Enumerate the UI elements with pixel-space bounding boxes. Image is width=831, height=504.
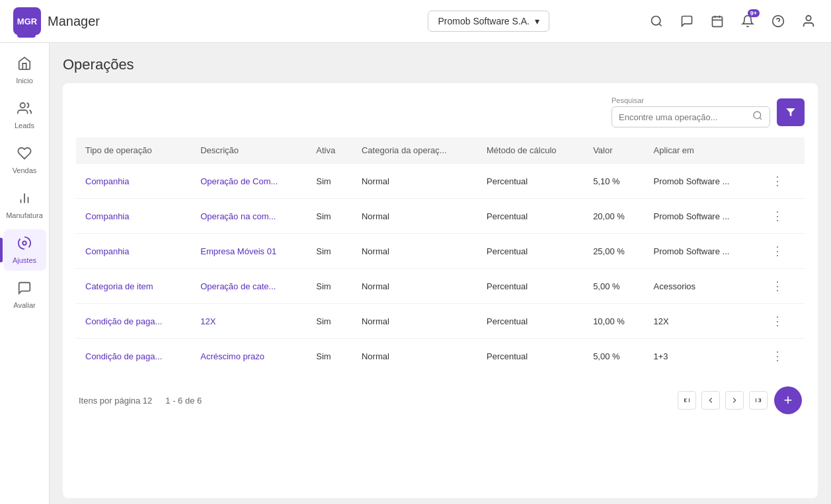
manufatura-icon [17, 191, 32, 209]
row-more-button[interactable]: ⋮ [768, 172, 787, 190]
sidebar-item-leads[interactable]: Leads [3, 94, 46, 136]
svg-point-0 [652, 17, 660, 25]
app-logo: MGR [13, 7, 41, 35]
manufatura-label: Manufatura [6, 211, 43, 219]
user-icon[interactable] [799, 12, 818, 30]
cell-metodo: Percentual [477, 234, 584, 269]
cell-tipo[interactable]: Condição de paga... [76, 304, 191, 339]
sidebar-item-vendas[interactable]: Vendas [3, 139, 46, 181]
cell-valor: 10,00 % [584, 304, 644, 339]
vendas-label: Vendas [13, 166, 37, 174]
table-row: Condição de paga... 12X Sim Normal Perce… [76, 304, 805, 339]
table-row: Companhia Operação na com... Sim Normal … [76, 199, 805, 234]
cell-metodo: Percentual [477, 304, 584, 339]
search-area: Pesquisar [76, 96, 805, 127]
search-field-wrapper: Pesquisar [612, 96, 770, 127]
cell-descricao[interactable]: Acréscimo prazo [191, 339, 307, 374]
leads-icon [17, 101, 32, 119]
notification-icon[interactable]: 9+ [738, 12, 757, 30]
sidebar-item-avaliar[interactable]: Avaliar [3, 274, 46, 316]
search-icon[interactable] [647, 12, 666, 30]
cell-valor: 25,00 % [584, 234, 644, 269]
cell-descricao[interactable]: Empresa Móveis 01 [191, 234, 307, 269]
cell-valor: 5,00 % [584, 269, 644, 304]
row-more-button[interactable]: ⋮ [768, 312, 787, 330]
cell-ativa: Sim [307, 199, 352, 234]
sidebar-item-manufatura[interactable]: Manufatura [3, 184, 46, 226]
cell-actions: ⋮ [758, 199, 805, 234]
last-page-button[interactable] [749, 391, 768, 410]
cell-aplicar: Promob Software ... [645, 199, 758, 234]
table-row: Condição de paga... Acréscimo prazo Sim … [76, 339, 805, 374]
notification-badge: 9+ [748, 9, 760, 17]
header-icons: 9+ [647, 12, 818, 30]
app-name: Manager [48, 14, 100, 29]
main-content: Operações Pesquisar [50, 43, 831, 504]
cell-tipo[interactable]: Categoria de item [76, 269, 191, 304]
next-page-button[interactable] [725, 391, 744, 410]
cell-actions: ⋮ [758, 269, 805, 304]
col-actions [758, 137, 805, 164]
search-icon-inner [752, 110, 763, 124]
cell-aplicar: Promob Software ... [645, 234, 758, 269]
col-tipo: Tipo de operação [76, 137, 191, 164]
table-row: Categoria de item Operação de cate... Si… [76, 269, 805, 304]
cell-descricao[interactable]: Operação de Com... [191, 164, 307, 199]
cell-actions: ⋮ [758, 234, 805, 269]
cell-tipo[interactable]: Companhia [76, 164, 191, 199]
cell-tipo[interactable]: Condição de paga... [76, 339, 191, 374]
calendar-icon[interactable] [708, 12, 727, 30]
cell-metodo: Percentual [477, 339, 584, 374]
content-panel: Pesquisar Tipo d [63, 83, 818, 498]
row-more-button[interactable]: ⋮ [768, 347, 787, 365]
cell-categoria: Normal [352, 234, 477, 269]
row-more-button[interactable]: ⋮ [768, 277, 787, 295]
row-more-button[interactable]: ⋮ [768, 207, 787, 225]
cell-categoria: Normal [352, 164, 477, 199]
cell-descricao[interactable]: Operação de cate... [191, 269, 307, 304]
row-more-button[interactable]: ⋮ [768, 242, 787, 260]
page-title: Operações [63, 56, 818, 73]
table-header-row: Tipo de operação Descrição Ativa Categor… [76, 137, 805, 164]
logo-area: MGR Manager [13, 7, 331, 35]
cell-categoria: Normal [352, 199, 477, 234]
cell-tipo[interactable]: Companhia [76, 234, 191, 269]
ajustes-icon [17, 236, 32, 254]
search-input[interactable] [619, 112, 748, 122]
operations-table: Tipo de operação Descrição Ativa Categor… [76, 137, 805, 373]
first-page-button[interactable] [678, 391, 696, 410]
cell-metodo: Percentual [477, 164, 584, 199]
filter-button[interactable] [777, 98, 805, 126]
cell-ativa: Sim [307, 304, 352, 339]
cell-ativa: Sim [307, 234, 352, 269]
chat-icon[interactable] [678, 12, 696, 30]
svg-point-9 [20, 103, 25, 108]
svg-rect-2 [713, 17, 723, 26]
table-row: Companhia Operação de Com... Sim Normal … [76, 164, 805, 199]
search-label: Pesquisar [612, 96, 770, 104]
vendas-icon [17, 146, 32, 164]
cell-metodo: Percentual [477, 199, 584, 234]
cell-tipo[interactable]: Companhia [76, 199, 191, 234]
cell-aplicar: 1+3 [645, 339, 758, 374]
col-descricao: Descrição [191, 137, 307, 164]
sidebar-item-ajustes[interactable]: Ajustes [3, 229, 46, 271]
svg-point-8 [806, 16, 811, 20]
sidebar-item-inicio[interactable]: Inicio [3, 50, 46, 91]
svg-line-15 [760, 118, 762, 120]
ajustes-label: Ajustes [13, 256, 36, 264]
prev-page-button[interactable] [701, 391, 720, 410]
cell-descricao[interactable]: 12X [191, 304, 307, 339]
cell-valor: 20,00 % [584, 199, 644, 234]
cell-valor: 5,00 % [584, 339, 644, 374]
pagination: Itens por página 12 1 - 6 de 6 [76, 386, 805, 414]
cell-valor: 5,10 % [584, 164, 644, 199]
pagination-range: 1 - 6 de 6 [165, 396, 202, 406]
company-selector[interactable]: Promob Software S.A. ▾ [428, 11, 549, 32]
cell-descricao[interactable]: Operação na com... [191, 199, 307, 234]
help-icon[interactable] [769, 12, 787, 30]
add-button[interactable]: + [774, 386, 802, 414]
cell-aplicar: 12X [645, 304, 758, 339]
col-metodo: Método de cálculo [477, 137, 584, 164]
inicio-label: Inicio [16, 77, 33, 85]
